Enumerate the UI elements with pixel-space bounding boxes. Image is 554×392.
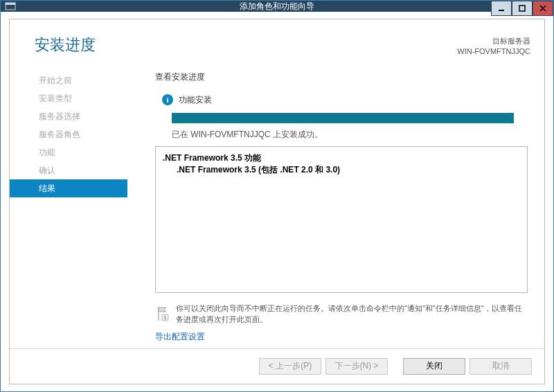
inner-panel: 安装进度 目标服务器 WIN-FOVMFTNJJQC 开始之前 安装类型 服务器… bbox=[9, 19, 545, 384]
info-icon: i bbox=[162, 94, 173, 105]
maximize-button[interactable] bbox=[512, 1, 533, 16]
sidebar-item-confirm: 确认 bbox=[10, 161, 127, 179]
section-label: 查看安装进度 bbox=[155, 71, 530, 83]
previous-button: < 上一步(P) bbox=[259, 358, 321, 375]
body-split: 开始之前 安装类型 服务器选择 服务器角色 功能 确认 结果 查看安装进度 i … bbox=[10, 62, 544, 348]
wizard-sidebar: 开始之前 安装类型 服务器选择 服务器角色 功能 确认 结果 bbox=[10, 62, 127, 348]
status-text: 功能安装 bbox=[179, 94, 212, 106]
wizard-footer: < 上一步(P) 下一步(N) > 关闭 取消 bbox=[10, 348, 544, 384]
progress-bar bbox=[172, 113, 514, 123]
wizard-window: 添加角色和功能向导 安装进度 目标服务器 WIN-FOVMF bbox=[0, 0, 554, 392]
installed-features-box: .NET Framework 3.5 功能 .NET Framework 3.5… bbox=[155, 146, 528, 293]
sidebar-item-install-type: 安装类型 bbox=[10, 89, 127, 107]
status-row: i 功能安装 bbox=[155, 94, 530, 106]
sidebar-item-features: 功能 bbox=[10, 143, 127, 161]
svg-rect-3 bbox=[519, 6, 525, 11]
sidebar-item-before-begin: 开始之前 bbox=[10, 71, 127, 89]
target-server-name: WIN-FOVMFTNJJQC bbox=[457, 46, 530, 57]
install-result-text: 已在 WIN-FOVMFTNJJQC 上安装成功。 bbox=[155, 129, 530, 141]
minimize-button[interactable] bbox=[491, 1, 512, 16]
next-button: 下一步(N) > bbox=[325, 358, 388, 375]
export-config-link[interactable]: 导出配置设置 bbox=[155, 330, 530, 348]
target-server-info: 目标服务器 WIN-FOVMFTNJJQC bbox=[457, 35, 530, 57]
svg-text:1: 1 bbox=[163, 314, 167, 321]
window-title: 添加角色和功能向导 bbox=[240, 1, 314, 12]
page-header: 安装进度 目标服务器 WIN-FOVMFTNJJQC bbox=[10, 19, 544, 62]
note-text: 你可以关闭此向导而不中断正在运行的任务。请依次单击命令栏中的"通知"和"任务详细… bbox=[176, 303, 524, 326]
flag-icon: 1 bbox=[155, 305, 169, 324]
main-panel: 查看安装进度 i 功能安装 已在 WIN-FOVMFTNJJQC 上安装成功。 … bbox=[127, 62, 544, 348]
sidebar-item-server-select: 服务器选择 bbox=[10, 107, 127, 125]
content-frame: 安装进度 目标服务器 WIN-FOVMFTNJJQC 开始之前 安装类型 服务器… bbox=[1, 12, 553, 392]
close-button[interactable]: 关闭 bbox=[403, 358, 465, 375]
sidebar-item-server-roles: 服务器角色 bbox=[10, 125, 127, 143]
feature-line-2: .NET Framework 3.5 (包括 .NET 2.0 和 3.0) bbox=[163, 164, 520, 176]
title-bar: 添加角色和功能向导 bbox=[1, 1, 553, 12]
app-icon bbox=[5, 1, 16, 12]
cancel-button: 取消 bbox=[470, 358, 532, 375]
close-window-button[interactable] bbox=[533, 1, 553, 16]
svg-rect-1 bbox=[6, 3, 15, 5]
sidebar-item-results: 结果 bbox=[10, 179, 127, 197]
target-server-label: 目标服务器 bbox=[457, 36, 530, 46]
page-title: 安装进度 bbox=[35, 35, 96, 55]
window-controls bbox=[491, 1, 553, 16]
note-area: 1 你可以关闭此向导而不中断正在运行的任务。请依次单击命令栏中的"通知"和"任务… bbox=[155, 293, 530, 330]
feature-line-1: .NET Framework 3.5 功能 bbox=[163, 152, 520, 164]
